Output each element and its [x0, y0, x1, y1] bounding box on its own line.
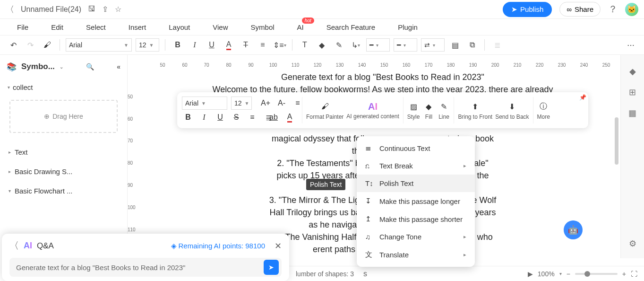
menu-view[interactable]: View — [213, 23, 228, 31]
bold-icon[interactable]: B — [171, 38, 184, 52]
format-painter-icon[interactable]: 🖌 — [41, 38, 54, 52]
subscript-icon[interactable]: ab — [267, 111, 280, 123]
fontsize-select[interactable]: 12▼ — [136, 38, 159, 52]
connector-icon[interactable]: ↳▾ — [349, 38, 362, 52]
italic-icon[interactable]: I — [188, 38, 201, 52]
decrease-font-icon[interactable]: A- — [275, 97, 288, 109]
zoom-slider[interactable] — [575, 273, 618, 275]
font-select[interactable]: Arial▼ — [66, 38, 132, 52]
italic-icon[interactable]: I — [198, 111, 210, 123]
section-collect[interactable]: ▾ collect — [0, 79, 127, 96]
line-icon: ✎ — [438, 100, 450, 113]
menu-plugin[interactable]: Plugin — [398, 23, 418, 31]
fill-button[interactable]: ◆ Fill — [422, 95, 435, 125]
text-tool-icon[interactable]: T — [298, 38, 311, 52]
send-button[interactable]: ➤ — [264, 260, 279, 275]
strike-icon[interactable]: S — [230, 111, 242, 123]
ai-menu-translate[interactable]: 文Translate▸ — [357, 246, 475, 264]
chevron-double-down-icon[interactable]: ⌄ — [60, 64, 63, 70]
close-icon[interactable]: ✕ — [275, 241, 282, 251]
vertical-scrollbar[interactable] — [615, 117, 618, 165]
star-icon[interactable]: ☆ — [115, 5, 121, 14]
style-button[interactable]: ▨ Style — [407, 95, 420, 125]
section-basic-drawing[interactable]: ▸ Basic Drawing S... — [0, 162, 127, 181]
ai-points[interactable]: ◈ Remaining AI points: 98100 — [171, 242, 265, 250]
arrange-icon[interactable]: ▤ — [448, 38, 462, 52]
line-button[interactable]: ✎ Line — [438, 95, 450, 125]
line-style-select[interactable]: ━▾ — [366, 38, 390, 52]
increase-font-icon[interactable]: A+ — [259, 97, 272, 109]
ai-menu-text-break[interactable]: ⎌Text Break▸ — [357, 157, 475, 175]
font-color-icon[interactable]: A — [283, 111, 296, 123]
zoom-out-icon[interactable]: − — [567, 270, 570, 278]
share-button[interactable]: ∞ Share — [559, 2, 601, 17]
bold-icon[interactable]: B — [182, 111, 194, 123]
menu-ai[interactable]: AIhot — [297, 23, 304, 31]
undo-icon[interactable]: ↶ — [7, 38, 20, 52]
menu-insert[interactable]: Insert — [129, 23, 146, 31]
grid-icon[interactable]: ▦ — [628, 108, 636, 118]
line-spacing-icon[interactable]: ⇕≡▾ — [273, 38, 286, 52]
pin-icon[interactable]: 📌 — [579, 94, 586, 101]
section-text[interactable]: ▸ Text — [0, 142, 127, 162]
add-shape-icon[interactable]: ⊞ — [629, 87, 636, 97]
ai-icon: AI — [24, 241, 32, 251]
strikethrough-icon[interactable]: T — [239, 38, 252, 52]
zoom-value[interactable]: 100% — [538, 270, 555, 278]
send-back-button[interactable]: ⬇ Send to Back — [495, 95, 529, 125]
font-color-icon[interactable]: A — [222, 38, 235, 52]
publish-label: Publish — [520, 5, 543, 13]
publish-button[interactable]: ➤ Publish — [503, 2, 552, 17]
assistant-bubble[interactable]: 🤖 — [564, 220, 583, 239]
basic-draw-label: Basic Drawing S... — [15, 167, 73, 176]
save-icon[interactable]: 🖫 — [88, 5, 95, 14]
menu-file[interactable]: File — [17, 23, 28, 31]
drag-zone[interactable]: ⊕ Drag Here — [9, 100, 118, 133]
settings-icon[interactable]: ⚙ — [629, 238, 636, 249]
history-icon[interactable]: ≣ — [490, 38, 504, 52]
ai-menu-change-tone[interactable]: ♫Change Tone▸ — [357, 228, 475, 246]
menu-select[interactable]: Select — [86, 23, 106, 31]
menu-layout[interactable]: Layout — [169, 23, 190, 31]
section-basic-flowchart[interactable]: ▾ Basic Flowchart ... — [0, 181, 127, 201]
fill-icon[interactable]: ◆ — [315, 38, 328, 52]
layers-icon[interactable]: ⧉ — [465, 38, 479, 52]
fontsize-select[interactable]: 12▼ — [231, 97, 252, 110]
arrow-style-select[interactable]: ⇄▾ — [421, 38, 445, 52]
bring-front-button[interactable]: ⬆ Bring to Front — [458, 95, 492, 125]
play-icon[interactable]: ▶ — [528, 270, 533, 278]
sidebar-title: Symbo... — [21, 62, 55, 71]
ai-menu-make-this-passage-longer[interactable]: ↧Make this passage longer — [357, 192, 475, 210]
zoom-in-icon[interactable]: + — [622, 270, 626, 278]
share-icon: ∞ — [567, 5, 572, 13]
size-value: 12 — [139, 41, 146, 49]
menu-edit[interactable]: Edit — [51, 23, 63, 31]
menu-search-feature[interactable]: Search Feature — [326, 23, 375, 31]
ai-menu-polish-text[interactable]: T↕Polish Text — [357, 175, 475, 192]
redo-icon[interactable]: ↷ — [24, 38, 37, 52]
search-icon[interactable]: 🔍 — [86, 63, 94, 70]
pen-icon[interactable]: ✎ — [332, 38, 345, 52]
fullscreen-icon[interactable]: ⛶ — [631, 270, 637, 278]
ai-content-button[interactable]: AI AI generated content — [346, 95, 399, 125]
collapse-icon[interactable]: « — [117, 63, 120, 70]
line-weight-select[interactable]: ━▾ — [394, 38, 417, 52]
ai-menu-make-this-passage-shorter[interactable]: ↥Make this passage shorter — [357, 210, 475, 228]
font-select[interactable]: Arial▼ — [182, 97, 227, 110]
qa-input[interactable] — [16, 263, 264, 272]
underline-icon[interactable]: U — [205, 38, 218, 52]
avatar[interactable]: 🐱 — [625, 3, 638, 16]
more-button[interactable]: ⓘ More — [537, 95, 550, 125]
align-icon[interactable]: ≡ — [256, 38, 269, 52]
number-list-icon[interactable]: ≡ — [246, 111, 258, 123]
help-icon[interactable]: ？ — [608, 3, 618, 16]
diamond-icon[interactable]: ◆ — [629, 66, 636, 77]
underline-icon[interactable]: U — [214, 111, 226, 123]
back-icon[interactable]: 〈 — [6, 4, 14, 15]
format-painter-button[interactable]: 🖌 Format Painter — [306, 95, 343, 125]
back-icon[interactable]: 〈 — [9, 239, 19, 252]
menu-symbol[interactable]: Symbol — [251, 23, 275, 31]
more-icon[interactable]: ⋯ — [624, 38, 637, 52]
export-icon[interactable]: ⇪ — [102, 5, 108, 14]
ai-menu-continuous-text[interactable]: ≣Continuous Text — [357, 139, 475, 157]
